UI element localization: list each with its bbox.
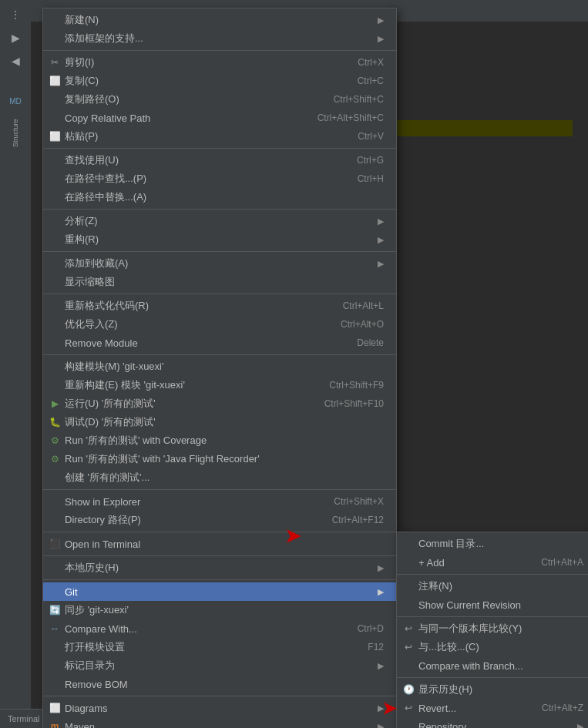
menu-item-paste[interactable]: ⬜ 粘贴(P) Ctrl+V	[43, 127, 396, 146]
coverage-icon: ⚙	[48, 434, 62, 448]
bottom-terminal[interactable]: Terminal	[8, 714, 40, 723]
separator-1	[43, 50, 396, 51]
diagrams-icon: ⬜	[48, 701, 62, 715]
separator-3	[43, 209, 396, 210]
submenu-revert[interactable]: ↩ Revert... Ctrl+Alt+Z	[397, 699, 588, 717]
menu-item-copy[interactable]: ⬜ 复制(C) Ctrl+C	[43, 72, 396, 90]
revert-icon: ↩	[402, 701, 415, 715]
menu-item-mark-as[interactable]: 标记目录为 ▶	[43, 656, 396, 675]
separator-9	[43, 555, 396, 556]
submenu-commit-dir[interactable]: Commit 目录...	[397, 535, 588, 553]
cut-icon: ✂	[48, 55, 62, 69]
sidebar-icon-structure[interactable]: Structure	[3, 122, 28, 144]
menu-item-remove-module[interactable]: Remove Module Delete	[43, 334, 396, 352]
compare-same-icon: ↩	[402, 622, 415, 636]
paste-icon: ⬜	[48, 129, 62, 143]
menu-item-copy-path[interactable]: 复制路径(O) Ctrl+Shift+C	[43, 90, 396, 109]
submenu-compare-with[interactable]: ↩ 与...比较...(C)	[397, 638, 588, 656]
menu-item-compare-with[interactable]: ↔ Compare With... Ctrl+D	[43, 619, 396, 638]
submenu-show-revision[interactable]: Show Current Revision	[397, 595, 588, 614]
menu-item-local-history[interactable]: 本地历史(H) ▶	[43, 559, 396, 577]
menu-item-add-bookmark[interactable]: 添加到收藏(A) ▶	[43, 254, 396, 273]
submenu-compare-branch[interactable]: Compare with Branch...	[397, 656, 588, 675]
menu-item-show-explorer[interactable]: Show in Explorer Ctrl+Shift+X	[43, 492, 396, 511]
menu-item-thumbnail[interactable]: 显示缩略图	[43, 273, 396, 291]
menu-item-diagrams[interactable]: ⬜ Diagrams ▶	[43, 699, 396, 717]
menu-item-new[interactable]: 新建(N) ▶	[43, 11, 396, 29]
separator-6	[43, 354, 396, 355]
maven-icon: m	[48, 720, 62, 728]
submenu-sep-3	[397, 677, 588, 678]
submenu-sep-1	[397, 574, 588, 575]
compare-icon: ↔	[48, 622, 62, 636]
sidebar-icon-md[interactable]: MD	[3, 90, 28, 112]
sidebar-strip: ⋮ ▶ ◀ MD Structure	[0, 0, 31, 728]
menu-item-debug-tests[interactable]: 🐛 调试(D) '所有的测试'	[43, 413, 396, 431]
terminal-icon: ⬛	[48, 537, 62, 551]
menu-item-module-settings[interactable]: 打开模块设置 F12	[43, 638, 396, 656]
red-arrow-git: ➤	[285, 525, 301, 547]
menu-item-git[interactable]: Git ▶	[43, 582, 396, 601]
copy-icon: ⬜	[48, 74, 62, 88]
menu-item-replace-in-path[interactable]: 在路径中替换...(A)	[43, 188, 396, 206]
separator-10	[43, 579, 396, 580]
menu-item-open-terminal[interactable]: ⬛ Open in Terminal	[43, 535, 396, 553]
separator-7	[43, 489, 396, 490]
menu-item-cut[interactable]: ✂ 剪切(I) Ctrl+X	[43, 53, 396, 72]
run-icon: ▶	[48, 397, 62, 411]
submenu-compare-same[interactable]: ↩ 与同一个版本库比较(Y)	[397, 619, 588, 638]
separator-5	[43, 294, 396, 294]
separator-4	[43, 251, 396, 252]
menu-item-copy-relative[interactable]: Copy Relative Path Ctrl+Alt+Shift+C	[43, 109, 396, 127]
context-menu: 新建(N) ▶ 添加框架的支持... ▶ ✂ 剪切(I) Ctrl+X ⬜ 复制…	[42, 8, 397, 728]
debug-icon: 🐛	[48, 415, 62, 429]
sidebar-icon-1[interactable]: ⋮	[3, 4, 28, 25]
separator-8	[43, 532, 396, 532]
menu-item-run-jfr[interactable]: ⚙ Run '所有的测试' with 'Java Flight Recorder…	[43, 450, 396, 468]
menu-item-optimize-imports[interactable]: 优化导入(Z) Ctrl+Alt+O	[43, 315, 396, 334]
history-icon: 🕐	[402, 683, 415, 696]
menu-item-analyze[interactable]: 分析(Z) ▶	[43, 212, 396, 230]
submenu-annotate[interactable]: 注释(N)	[397, 577, 588, 595]
menu-item-create-test[interactable]: 创建 '所有的测试'...	[43, 468, 396, 487]
menu-item-build-module[interactable]: 构建模块(M) 'git-xuexi'	[43, 357, 396, 376]
menu-item-sync[interactable]: 🔄 同步 'git-xuexi'	[43, 601, 396, 619]
menu-item-rebuild-module[interactable]: 重新构建(E) 模块 'git-xuexi' Ctrl+Shift+F9	[43, 376, 396, 394]
red-arrow-repository: ➤	[382, 699, 396, 719]
separator-11	[43, 696, 396, 696]
menu-item-run-coverage[interactable]: ⚙ Run '所有的测试' with Coverage	[43, 431, 396, 450]
submenu-repository[interactable]: Repository ▶	[397, 717, 588, 728]
separator-2	[43, 148, 396, 149]
menu-item-find-usages[interactable]: 查找使用(U) Ctrl+G	[43, 151, 396, 169]
menu-item-find-in-path[interactable]: 在路径中查找...(P) Ctrl+H	[43, 169, 396, 188]
menu-item-remove-bom[interactable]: Remove BOM	[43, 675, 396, 693]
menu-item-run-tests[interactable]: ▶ 运行(U) '所有的测试' Ctrl+Shift+F10	[43, 394, 396, 413]
submenu-sep-2	[397, 616, 588, 617]
menu-item-add-framework[interactable]: 添加框架的支持... ▶	[43, 29, 396, 48]
menu-item-reformat[interactable]: 重新格式化代码(R) Ctrl+Alt+L	[43, 297, 396, 315]
sidebar-icon-2[interactable]: ▶	[3, 27, 28, 49]
compare-with-icon: ↩	[402, 640, 415, 654]
menu-item-directory-path[interactable]: Directory 路径(P) Ctrl+Alt+F12	[43, 511, 396, 529]
menu-item-maven[interactable]: m Maven ▶	[43, 717, 396, 728]
sync-icon: 🔄	[48, 603, 62, 617]
git-submenu: Commit 目录... + Add Ctrl+Alt+A 注释(N) Show…	[396, 532, 588, 728]
menu-item-refactor[interactable]: 重构(R) ▶	[43, 230, 396, 249]
sidebar-icon-3[interactable]: ◀	[3, 50, 28, 72]
submenu-add[interactable]: + Add Ctrl+Alt+A	[397, 553, 588, 572]
submenu-show-history[interactable]: 🕐 显示历史(H)	[397, 680, 588, 699]
jfr-icon: ⚙	[48, 452, 62, 466]
